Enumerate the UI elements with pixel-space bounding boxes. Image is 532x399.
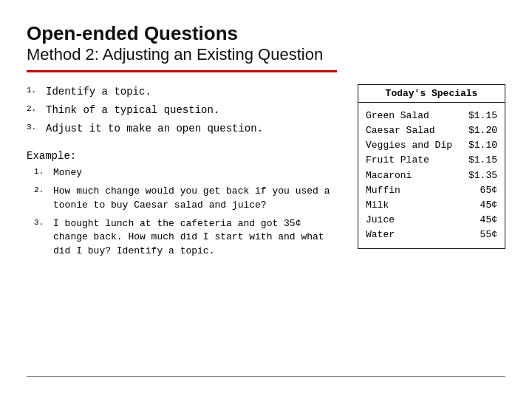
specials-item-name: Fruit Plate — [366, 153, 465, 168]
bottom-divider — [27, 376, 505, 378]
specials-item-price: $1.10 — [465, 138, 497, 153]
specials-row: Green Salad$1.15 — [366, 109, 497, 123]
specials-item-name: Juice — [366, 213, 465, 228]
specials-body: Green Salad$1.15Caesar Salad$1.20Veggies… — [358, 103, 505, 248]
specials-row: Muffin65¢ — [366, 183, 497, 198]
specials-item-name: Water — [366, 228, 465, 242]
example-label: Example: — [27, 150, 340, 162]
specials-item-name: Macaroni — [366, 168, 465, 183]
specials-box: Today's Specials Green Salad$1.15Caesar … — [358, 84, 505, 249]
specials-item-name: Veggies and Dip — [366, 138, 465, 153]
specials-row: Juice45¢ — [366, 213, 497, 228]
specials-item-price: 65¢ — [465, 183, 497, 198]
example-item: 1.Money — [34, 166, 340, 180]
example-num: 3. — [34, 217, 47, 259]
step-text: Think of a typical question. — [46, 103, 219, 118]
step-num: 1. — [27, 84, 40, 100]
example-text: How much change would you get back if yo… — [53, 185, 340, 213]
main-content: 1.Identify a topic.2.Think of a typical … — [27, 84, 505, 263]
specials-item-name: Green Salad — [366, 109, 465, 123]
specials-row: Water55¢ — [366, 228, 497, 242]
step-item: 2.Think of a typical question. — [27, 103, 340, 118]
steps-list: 1.Identify a topic.2.Think of a typical … — [27, 84, 340, 137]
specials-item-price: 45¢ — [465, 198, 497, 213]
step-item: 1.Identify a topic. — [27, 84, 340, 100]
step-num: 2. — [27, 103, 40, 118]
specials-row: Veggies and Dip$1.10 — [366, 138, 497, 153]
left-column: 1.Identify a topic.2.Think of a typical … — [27, 84, 340, 263]
step-text: Adjust it to make an open question. — [46, 121, 263, 137]
specials-row: Macaroni$1.35 — [366, 168, 497, 183]
example-item: 3.I bought lunch at the cafeteria and go… — [34, 217, 340, 259]
step-text: Identify a topic. — [46, 84, 151, 100]
specials-title: Today's Specials — [358, 85, 505, 103]
sub-title: Method 2: Adjusting an Existing Question — [27, 45, 505, 64]
specials-item-name: Milk — [366, 198, 465, 213]
specials-row: Milk45¢ — [366, 198, 497, 213]
main-title: Open-ended Questions — [27, 22, 505, 45]
specials-item-price: $1.15 — [465, 153, 497, 168]
step-item: 3.Adjust it to make an open question. — [27, 121, 340, 137]
example-list: 1.Money2.How much change would you get b… — [34, 166, 340, 259]
example-text: I bought lunch at the cafeteria and got … — [53, 217, 340, 259]
example-text: Money — [53, 166, 340, 180]
specials-item-price: $1.15 — [465, 109, 497, 123]
specials-item-price: 55¢ — [465, 228, 497, 242]
specials-item-name: Muffin — [366, 183, 465, 198]
specials-row: Caesar Salad$1.20 — [366, 123, 497, 138]
example-num: 1. — [34, 166, 47, 180]
specials-item-price: 45¢ — [465, 213, 497, 228]
specials-item-price: $1.35 — [465, 168, 497, 183]
title-divider — [27, 70, 337, 72]
specials-item-name: Caesar Salad — [366, 123, 465, 138]
specials-item-price: $1.20 — [465, 123, 497, 138]
example-item: 2.How much change would you get back if … — [34, 185, 340, 213]
slide: Open-ended Questions Method 2: Adjusting… — [0, 0, 532, 399]
step-num: 3. — [27, 121, 40, 137]
title-block: Open-ended Questions Method 2: Adjusting… — [27, 22, 505, 64]
right-column: Today's Specials Green Salad$1.15Caesar … — [358, 84, 505, 263]
specials-row: Fruit Plate$1.15 — [366, 153, 497, 168]
example-num: 2. — [34, 185, 47, 213]
